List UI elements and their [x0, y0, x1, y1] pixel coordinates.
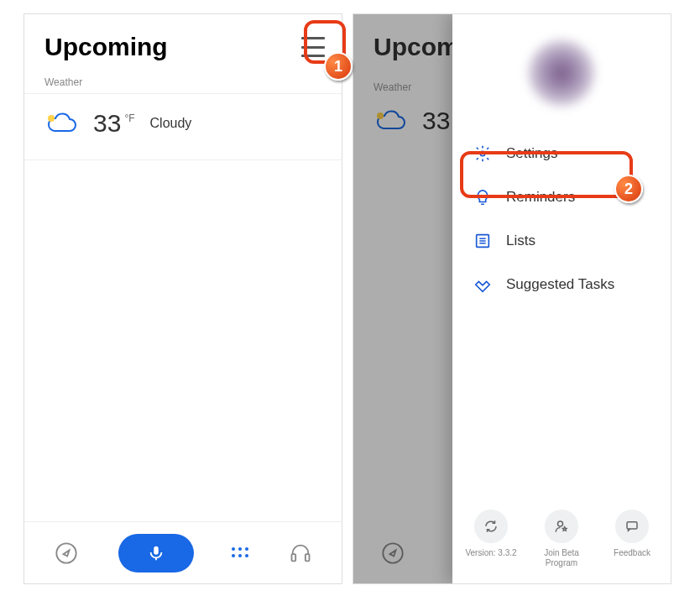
weather-card[interactable]: 33 °F Cloudy: [24, 94, 342, 160]
svg-point-0: [48, 115, 55, 122]
headset-icon[interactable]: [286, 539, 315, 567]
refresh-icon: [474, 510, 508, 543]
handshake-icon: [473, 274, 493, 295]
svg-rect-3: [305, 554, 309, 561]
screen-drawer-open: Upcomi Weather 33 °F Settings: [353, 13, 671, 584]
page-title: Upcoming: [44, 33, 168, 61]
condition-text: Cloudy: [150, 116, 192, 131]
menu-item-label: Suggested Tasks: [506, 276, 614, 293]
chat-icon: [615, 510, 649, 543]
bottom-bar: [24, 521, 342, 583]
gear-icon: [473, 144, 493, 164]
hamburger-menu-icon[interactable]: [301, 37, 325, 57]
avatar[interactable]: [528, 39, 595, 107]
weather-section-label: Weather: [24, 76, 342, 94]
feedback-label: Feedback: [614, 548, 650, 558]
menu-item-label: Reminders: [506, 189, 575, 206]
screen-upcoming: Upcoming Weather 33 °F Cloudy: [24, 13, 342, 584]
menu-item-label: Settings: [506, 145, 557, 162]
mic-button[interactable]: [118, 534, 194, 572]
svg-point-6: [480, 151, 485, 156]
feedback-button[interactable]: Feedback: [598, 510, 666, 568]
menu-item-suggested-tasks[interactable]: Suggested Tasks: [464, 263, 659, 306]
cloud-icon: [44, 111, 78, 136]
temperature: 33 °F: [93, 109, 135, 138]
menu-item-label: Lists: [506, 233, 535, 249]
svg-point-1: [56, 543, 76, 562]
lightbulb-icon: [473, 187, 493, 207]
menu-item-reminders[interactable]: Reminders: [464, 175, 659, 219]
list-icon: [473, 231, 493, 251]
join-beta-label: Join Beta Program: [544, 548, 579, 568]
apps-grid-icon[interactable]: [232, 547, 248, 559]
drawer-bottom: Version: 3.3.2 Join Beta Program Feedbac…: [452, 498, 671, 583]
svg-rect-2: [291, 554, 295, 561]
svg-rect-9: [627, 522, 637, 529]
temperature-value: 33: [93, 109, 121, 138]
person-star-icon: [545, 510, 578, 543]
menu-item-lists[interactable]: Lists: [464, 219, 659, 263]
temperature-unit: °F: [124, 112, 134, 124]
compass-icon[interactable]: [52, 539, 81, 567]
svg-point-8: [558, 521, 563, 526]
version-label: Version: 3.3.2: [465, 548, 516, 558]
menu-item-settings[interactable]: Settings: [464, 132, 659, 175]
version-button[interactable]: Version: 3.3.2: [457, 510, 525, 568]
condition-block: Cloudy: [150, 116, 192, 131]
header: Upcoming: [24, 14, 342, 76]
navigation-drawer: Settings Reminders Lists Suggested Tasks: [452, 14, 671, 583]
join-beta-button[interactable]: Join Beta Program: [528, 510, 595, 568]
drawer-menu: Settings Reminders Lists Suggested Tasks: [452, 132, 671, 306]
